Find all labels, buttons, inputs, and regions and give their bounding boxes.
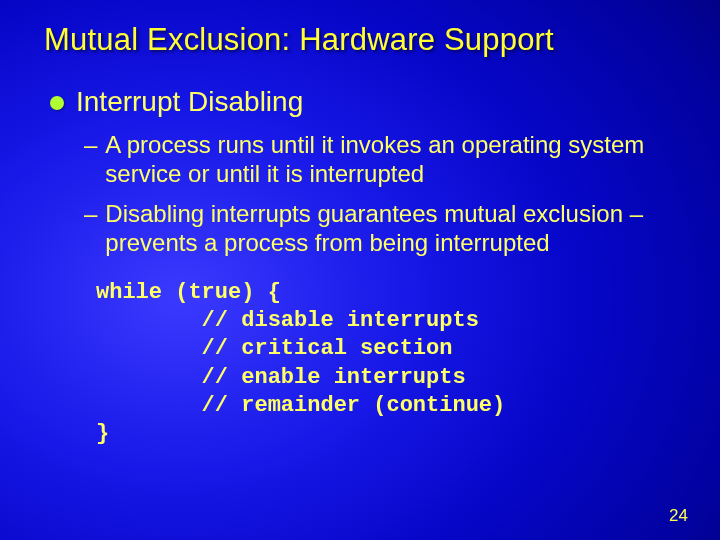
slide-container: Mutual Exclusion: Hardware Support Inter… [0, 0, 720, 540]
dash-icon: – [84, 199, 97, 228]
bullet-level1: Interrupt Disabling [50, 86, 692, 118]
dash-icon: – [84, 130, 97, 159]
code-block: while (true) { // disable interrupts // … [96, 279, 692, 448]
bullet-level2-text: A process runs until it invokes an opera… [105, 130, 672, 189]
bullet-dot-icon [50, 96, 64, 110]
bullet-level2: – A process runs until it invokes an ope… [84, 130, 672, 189]
bullet-level2: – Disabling interrupts guarantees mutual… [84, 199, 672, 258]
bullet-level1-text: Interrupt Disabling [76, 86, 303, 118]
page-number: 24 [669, 506, 688, 526]
bullet-level2-text: Disabling interrupts guarantees mutual e… [105, 199, 672, 258]
slide-title: Mutual Exclusion: Hardware Support [44, 22, 692, 58]
